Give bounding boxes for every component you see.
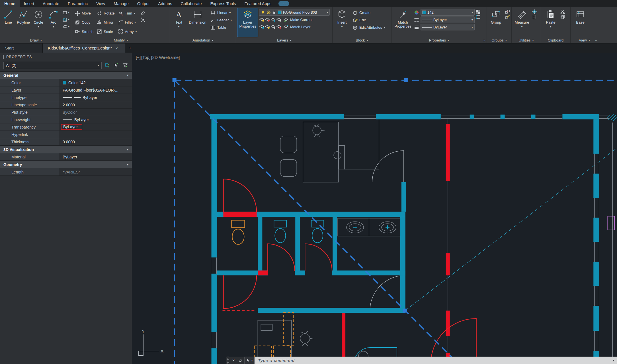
circle-button[interactable]: Circle ▾ [31,8,45,37]
quick-select-button[interactable] [122,62,129,69]
color-row-value[interactable]: Color 142 [60,79,132,86]
ungroup-icon[interactable] [505,9,510,14]
transparency-row-value[interactable]: ByLayer [60,123,132,131]
line-button[interactable]: Line [1,8,15,37]
group-button[interactable]: Group [488,8,504,37]
ribbon-tab-collaborate[interactable]: Collaborate [176,0,206,7]
make-current-button[interactable]: Make Current [282,16,314,23]
command-bar-grip[interactable] [226,357,230,364]
utilities-panel-footer[interactable]: Utilities ▾ [512,37,541,43]
section-3d-visualization[interactable]: 3D Visualization ▾ [0,146,132,153]
select-objects-button[interactable] [112,62,120,69]
lineweight-row-value[interactable]: ByLayer [60,116,132,123]
copy-clip-icon[interactable] [560,15,565,20]
dialog-launcher-icon[interactable]: » [483,38,485,42]
linetype-combo[interactable]: ByLayer ▾ [421,16,475,23]
ribbon-tab-home[interactable]: Home [0,0,20,7]
revision-cloud-button[interactable]: ▾ [62,23,70,30]
ribbon-tab-view[interactable]: View [92,0,109,7]
lineweight-combo[interactable]: ByLayer ▾ [421,24,475,30]
hatch-tool-button[interactable]: ▾ [62,16,70,23]
explode-button[interactable] [140,16,146,23]
quick-calc-icon[interactable] [532,15,537,20]
viewport-minimize-control[interactable]: [−] [136,55,141,60]
groups-panel-footer[interactable]: Groups ▾ [487,37,511,43]
group-edit-icon[interactable] [505,15,510,20]
edit-block-button[interactable]: Edit [351,16,387,24]
table-button[interactable]: Table [209,24,233,31]
polyline-button[interactable]: Polyline [17,8,30,37]
trim-button[interactable]: Trim ▾ [117,10,138,17]
rectangle-tool-button[interactable]: ▾ [62,9,70,16]
layer-tool-icon[interactable] [265,17,270,22]
section-general[interactable]: General ▾ [0,71,132,79]
move-button[interactable]: Move [73,10,95,17]
close-tab-icon[interactable]: × [115,46,118,51]
layer-select-combo[interactable]: PA-Ground Floor$0$ ▾ [259,9,330,16]
linear-button[interactable]: Linear ▾ [209,9,233,16]
hyperlink-row-value[interactable] [60,131,132,138]
ribbon-overflow-button[interactable]: ··· [278,1,289,6]
ribbon-tab-annotate[interactable]: Annotate [38,0,63,7]
properties-palette-header[interactable]: PROPERTIES [0,53,132,61]
arc-button[interactable]: Arc ▾ [46,8,60,37]
ribbon-tab-manage[interactable]: Manage [109,0,133,7]
layer-properties-button[interactable]: Layer Properties [237,8,258,37]
draw-panel-footer[interactable]: Draw ▾ [0,37,72,43]
command-input[interactable] [255,357,610,364]
rotate-button[interactable]: Rotate [95,10,116,17]
layer-tool-icon[interactable] [265,24,270,29]
fillet-button[interactable]: Fillet ▾ [117,19,138,26]
base-button[interactable]: Base [572,8,589,37]
viewport-visual-style-control[interactable]: [2D Wireframe] [151,55,180,60]
annotation-panel-footer[interactable]: Annotation ▾ [170,37,236,43]
layer-tool-icon[interactable] [270,24,276,29]
match-layer-button[interactable]: Match Layer [282,24,312,30]
tab-drawing[interactable]: KidsClub&Offices_ConceptDesign* × [43,44,125,53]
floor-plan-drawing[interactable] [132,53,617,364]
material-row-value[interactable]: ByLayer [60,153,132,160]
match-properties-button[interactable]: Match Properties [393,8,413,37]
mirror-button[interactable]: Mirror [95,19,116,26]
tab-start[interactable]: Start [0,44,43,53]
layer-tool-icon[interactable] [259,17,264,22]
ribbon-tab-output[interactable]: Output [133,0,154,7]
customize-wrench-button[interactable] [237,357,244,364]
viewport-view-control[interactable]: [Top] [141,55,151,60]
erase-button[interactable] [140,9,146,16]
modify-panel-footer[interactable]: Modify ▾ [72,37,170,43]
insert-button[interactable]: Insert ▾ [334,8,350,37]
create-block-button[interactable]: Create [351,9,387,16]
recent-commands-button[interactable]: ▾ [244,357,255,364]
clipboard-panel-footer[interactable]: Clipboard [541,37,570,43]
properties-panel-footer[interactable]: Properties ▾ » [391,37,487,43]
model-viewport[interactable]: [−] [Top] [2D Wireframe] [132,53,617,364]
cut-icon[interactable] [560,9,565,14]
new-tab-button[interactable]: + [125,44,135,53]
layer-tool-icon[interactable] [276,24,281,29]
ribbon-tab-express-tools[interactable]: Express Tools [206,0,240,7]
linetype-row-value[interactable]: ByLayer [60,94,132,101]
thickness-row-value[interactable]: 0.0000 [60,138,132,145]
ribbon-tab-parametric[interactable]: Parametric [63,0,92,7]
layer-row-value[interactable]: PA-Ground Floor$0$A-FLOR-... [60,86,132,94]
measure-button[interactable]: Measure ▾ [513,8,531,37]
ribbon-tab-addins[interactable]: Add-ins [154,0,176,7]
dimension-button[interactable]: Dimension [187,8,208,37]
scale-button[interactable]: Scale [95,28,116,35]
linetype-scale-row-value[interactable]: 2.0000 [60,101,132,108]
view-panel-footer[interactable]: View ▾ » [571,37,598,43]
layers-panel-footer[interactable]: Layers ▾ [236,37,332,43]
toggle-pickadd-button[interactable] [103,62,111,69]
edit-attributes-button[interactable]: Edit Attributes ▾ [351,24,387,31]
copy-button[interactable]: Copy [73,19,95,26]
dialog-launcher-icon[interactable]: » [595,38,597,42]
layer-tool-icon[interactable] [270,17,276,22]
id-point-icon[interactable] [532,9,537,14]
ribbon-tab-insert[interactable]: Insert [20,0,38,7]
section-geometry[interactable]: Geometry ▾ [0,161,132,168]
ribbon-tab-featured-apps[interactable]: Featured Apps [240,0,276,7]
stretch-button[interactable]: Stretch [73,28,95,35]
text-button[interactable]: A Text ▾ [171,8,186,37]
transparency-checker-icon[interactable] [476,9,481,14]
